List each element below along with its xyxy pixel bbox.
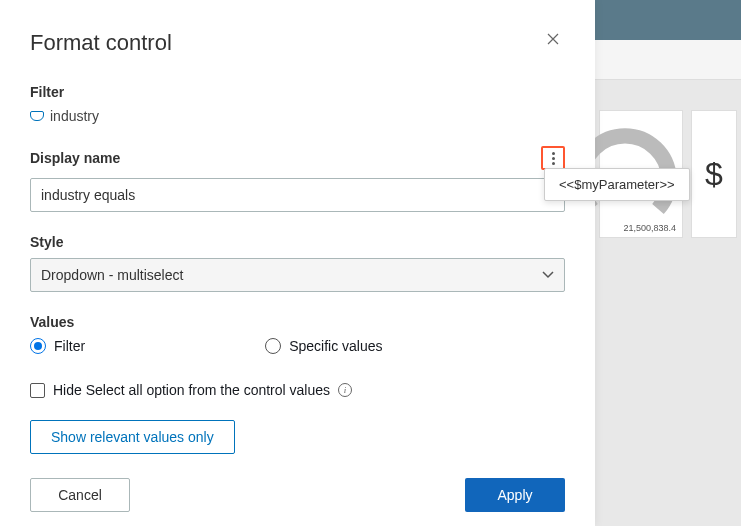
apply-button[interactable]: Apply bbox=[465, 478, 565, 512]
style-label: Style bbox=[30, 234, 565, 250]
style-select[interactable]: Dropdown - multiselect bbox=[30, 258, 565, 292]
radio-icon bbox=[265, 338, 281, 354]
style-selected-value: Dropdown - multiselect bbox=[41, 267, 183, 283]
radio-label-specific: Specific values bbox=[289, 338, 382, 354]
parameter-insert-popover[interactable]: <<$myParameter>> bbox=[544, 168, 690, 201]
panel-title: Format control bbox=[30, 30, 172, 56]
metric-widget: $ bbox=[691, 110, 737, 238]
hide-select-all-checkbox[interactable] bbox=[30, 383, 45, 398]
hide-select-all-label: Hide Select all option from the control … bbox=[53, 382, 330, 398]
gauge-value: 21,500,838.4 bbox=[623, 223, 676, 233]
display-name-input[interactable] bbox=[30, 178, 565, 212]
chevron-down-icon bbox=[542, 271, 554, 279]
dashboard-toolbar bbox=[595, 40, 741, 80]
values-label: Values bbox=[30, 314, 565, 330]
values-radio-filter[interactable]: Filter bbox=[30, 338, 85, 354]
radio-icon bbox=[30, 338, 46, 354]
display-name-label: Display name bbox=[30, 150, 120, 166]
cancel-button[interactable]: Cancel bbox=[30, 478, 130, 512]
dashboard-background: 21,500,838.4 $ bbox=[595, 40, 741, 526]
more-vertical-icon bbox=[552, 152, 555, 165]
filter-value-pill[interactable]: industry bbox=[30, 108, 99, 124]
radio-label-filter: Filter bbox=[54, 338, 85, 354]
show-relevant-values-button[interactable]: Show relevant values only bbox=[30, 420, 235, 454]
filter-field-name: industry bbox=[50, 108, 99, 124]
filter-section-label: Filter bbox=[30, 84, 565, 100]
more-options-button[interactable] bbox=[541, 146, 565, 170]
info-icon[interactable]: i bbox=[338, 383, 352, 397]
parameter-token: <<$myParameter>> bbox=[559, 177, 675, 192]
close-button[interactable] bbox=[541, 30, 565, 50]
values-radio-specific[interactable]: Specific values bbox=[265, 338, 382, 354]
filter-field-icon bbox=[30, 111, 44, 121]
metric-symbol: $ bbox=[705, 156, 723, 193]
format-control-panel: Format control Filter industry Display n… bbox=[0, 0, 595, 526]
